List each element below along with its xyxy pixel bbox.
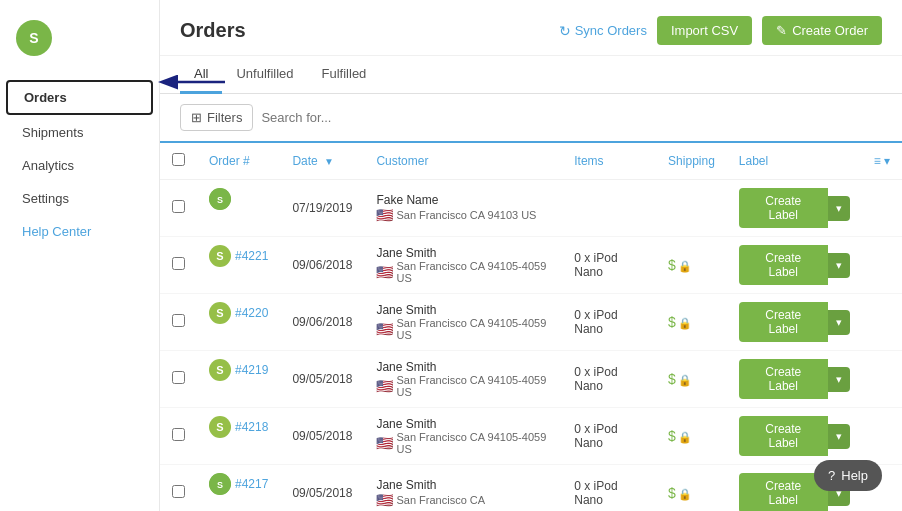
label-cell: Create Label ▾ (727, 237, 862, 294)
dollar-icon: $ (668, 371, 676, 387)
customer-location: 🇺🇸 San Francisco CA 94105-4059 US (376, 260, 550, 284)
sidebar-item-settings[interactable]: Settings (6, 183, 153, 214)
label-cell: Create Label ▾ (727, 408, 862, 465)
label-dropdown-button[interactable]: ▾ (828, 196, 850, 221)
orders-table: Order # Date ▼ Customer Items Shipping (160, 143, 902, 511)
header-shipping: Shipping (656, 143, 727, 180)
label-dropdown-button[interactable]: ▾ (828, 310, 850, 335)
row-menu (862, 237, 902, 294)
customer-name: Jane Smith (376, 478, 550, 492)
row-checkbox-3[interactable] (172, 371, 185, 384)
order-date: 09/06/2018 (280, 237, 364, 294)
label-dropdown-button[interactable]: ▾ (828, 253, 850, 278)
table-row: S #422009/06/2018 Jane Smith 🇺🇸 San Fran… (160, 294, 902, 351)
create-label-button[interactable]: Create Label (739, 416, 828, 456)
logo: S (0, 10, 159, 79)
create-label-group: Create Label ▾ (739, 359, 850, 399)
order-shipping: $🔒 (656, 465, 727, 512)
label-cell: Create Label ▾ (727, 351, 862, 408)
customer-info: Jane Smith 🇺🇸 San Francisco CA 94105-405… (364, 294, 562, 351)
dollar-icon: $ (668, 257, 676, 273)
label-cell: Create Label ▾ (727, 180, 862, 237)
customer-location: 🇺🇸 San Francisco CA 94105-4059 US (376, 374, 550, 398)
label-dropdown-button[interactable]: ▾ (828, 367, 850, 392)
filters-button[interactable]: ⊞ Filters (180, 104, 253, 131)
chevron-down-icon: ▾ (884, 154, 890, 168)
table-row: S #422109/06/2018 Jane Smith 🇺🇸 San Fran… (160, 237, 902, 294)
select-all-checkbox[interactable] (172, 153, 185, 166)
create-label-button[interactable]: Create Label (739, 302, 828, 342)
sidebar-item-orders[interactable]: Orders (6, 80, 153, 115)
order-date: 09/05/2018 (280, 408, 364, 465)
header-actions: ↻ Sync Orders Import CSV ✎ Create Order (559, 16, 882, 45)
flag-icon: 🇺🇸 (376, 321, 393, 337)
search-input[interactable] (261, 110, 882, 125)
row-menu (862, 294, 902, 351)
customer-name: Jane Smith (376, 417, 550, 431)
header-date[interactable]: Date ▼ (280, 143, 364, 180)
order-shipping: $🔒 (656, 237, 727, 294)
platform-icon: S (209, 473, 231, 495)
order-items: 0 x iPod Nano (562, 351, 656, 408)
row-checkbox-1[interactable] (172, 257, 185, 270)
sidebar-item-shipments[interactable]: Shipments (6, 117, 153, 148)
flag-icon: 🇺🇸 (376, 207, 393, 223)
search-bar: ⊞ Filters (160, 94, 902, 143)
create-label-button[interactable]: Create Label (739, 188, 828, 228)
import-csv-button[interactable]: Import CSV (657, 16, 752, 45)
customer-name: Jane Smith (376, 360, 550, 374)
order-shipping: $🔒 (656, 408, 727, 465)
create-label-button[interactable]: Create Label (739, 359, 828, 399)
sidebar-nav: Orders Shipments Analytics Settings Help… (0, 79, 159, 248)
order-date: 09/06/2018 (280, 294, 364, 351)
row-checkbox-4[interactable] (172, 428, 185, 441)
customer-info: Jane Smith 🇺🇸 San Francisco CA 94105-405… (364, 351, 562, 408)
create-label-group: Create Label ▾ (739, 188, 850, 228)
create-label-group: Create Label ▾ (739, 245, 850, 285)
row-checkbox-2[interactable] (172, 314, 185, 327)
flag-icon: 🇺🇸 (376, 435, 393, 451)
create-label-button[interactable]: Create Label (739, 245, 828, 285)
help-icon: ? (828, 468, 835, 483)
create-label-group: Create Label ▾ (739, 302, 850, 342)
table-row: S 07/19/2019 Fake Name 🇺🇸 San Francisco … (160, 180, 902, 237)
shopify-icon: S (209, 359, 231, 381)
sidebar-item-analytics[interactable]: Analytics (6, 150, 153, 181)
order-number: #4220 (235, 306, 268, 320)
table-row: S #421709/05/2018 Jane Smith 🇺🇸 San Fran… (160, 465, 902, 512)
sidebar-item-help-center[interactable]: Help Center (6, 216, 153, 247)
tab-unfulfilled[interactable]: Unfulfilled (222, 56, 307, 94)
row-menu (862, 180, 902, 237)
shopify-icon: S (209, 416, 231, 438)
flag-icon: 🇺🇸 (376, 264, 393, 280)
orders-table-container: Order # Date ▼ Customer Items Shipping (160, 143, 902, 511)
label-dropdown-button[interactable]: ▾ (828, 424, 850, 449)
customer-info: Fake Name 🇺🇸 San Francisco CA 94103 US (364, 180, 562, 237)
sync-orders-button[interactable]: ↻ Sync Orders (559, 23, 647, 39)
create-order-button[interactable]: ✎ Create Order (762, 16, 882, 45)
order-items: 0 x iPod Nano (562, 408, 656, 465)
svg-text:S: S (29, 30, 38, 46)
sidebar: S Orders Shipments Analytics Settings He… (0, 0, 160, 511)
help-button[interactable]: ? Help (814, 460, 882, 491)
row-checkbox-5[interactable] (172, 485, 185, 498)
tab-all[interactable]: All (180, 56, 222, 94)
customer-name: Fake Name (376, 193, 550, 207)
shopify-icon: S (209, 302, 231, 324)
lock-icon: 🔒 (678, 431, 692, 443)
row-menu (862, 351, 902, 408)
sync-icon: ↻ (559, 23, 571, 39)
customer-info: Jane Smith 🇺🇸 San Francisco CA 94105-405… (364, 237, 562, 294)
header-order-num[interactable]: Order # (197, 143, 280, 180)
order-date: 07/19/2019 (280, 180, 364, 237)
main-header: Orders ↻ Sync Orders Import CSV ✎ Create… (160, 0, 902, 56)
customer-info: Jane Smith 🇺🇸 San Francisco CA 94105-405… (364, 408, 562, 465)
create-label-group: Create Label ▾ (739, 416, 850, 456)
svg-text:S: S (217, 195, 223, 205)
row-menu (862, 408, 902, 465)
order-shipping: $🔒 (656, 294, 727, 351)
tab-fulfilled[interactable]: Fulfilled (308, 56, 381, 94)
row-checkbox-0[interactable] (172, 200, 185, 213)
svg-text:S: S (217, 480, 223, 490)
header-menu-col[interactable]: ≡ ▾ (862, 143, 902, 180)
